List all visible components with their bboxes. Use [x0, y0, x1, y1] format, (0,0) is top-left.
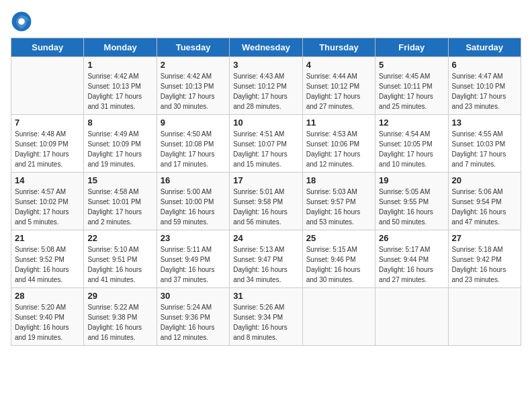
day-info: Sunrise: 5:26 AM Sunset: 9:34 PM Dayligh…: [233, 302, 298, 342]
day-number: 8: [87, 118, 152, 128]
calendar-header: SundayMondayTuesdayWednesdayThursdayFrid…: [11, 38, 521, 57]
day-number: 1: [87, 60, 152, 70]
weekday-header-saturday: Saturday: [448, 38, 521, 57]
day-info: Sunrise: 4:58 AM Sunset: 10:01 PM Daylig…: [87, 187, 152, 227]
day-cell: 13 Sunrise: 4:55 AM Sunset: 10:03 PM Day…: [448, 115, 521, 173]
weekday-header-friday: Friday: [375, 38, 448, 57]
day-cell: [448, 288, 521, 346]
day-info: Sunrise: 5:00 AM Sunset: 10:00 PM Daylig…: [161, 187, 226, 227]
day-cell: 30 Sunrise: 5:24 AM Sunset: 9:36 PM Dayl…: [157, 288, 229, 346]
day-info: Sunrise: 5:24 AM Sunset: 9:36 PM Dayligh…: [161, 302, 226, 342]
day-number: 15: [87, 175, 152, 185]
day-cell: 19 Sunrise: 5:05 AM Sunset: 9:55 PM Dayl…: [375, 173, 448, 230]
day-number: 29: [87, 291, 152, 301]
day-info: Sunrise: 4:47 AM Sunset: 10:10 PM Daylig…: [452, 71, 517, 111]
day-cell: 26 Sunrise: 5:17 AM Sunset: 9:44 PM Dayl…: [375, 230, 448, 288]
day-cell: 2 Sunrise: 4:42 AM Sunset: 10:13 PM Dayl…: [157, 57, 229, 115]
day-number: 20: [452, 175, 517, 185]
weekday-header-thursday: Thursday: [302, 38, 375, 57]
day-info: Sunrise: 5:22 AM Sunset: 9:38 PM Dayligh…: [87, 302, 152, 342]
weekday-header-monday: Monday: [84, 38, 157, 57]
day-cell: 18 Sunrise: 5:03 AM Sunset: 9:57 PM Dayl…: [302, 173, 375, 230]
day-cell: 8 Sunrise: 4:49 AM Sunset: 10:09 PM Dayl…: [84, 115, 157, 173]
day-number: 7: [15, 118, 80, 128]
day-info: Sunrise: 5:18 AM Sunset: 9:42 PM Dayligh…: [452, 244, 517, 285]
day-number: 31: [233, 291, 298, 301]
day-info: Sunrise: 5:10 AM Sunset: 9:51 PM Dayligh…: [87, 244, 152, 285]
day-info: Sunrise: 4:49 AM Sunset: 10:09 PM Daylig…: [87, 129, 152, 169]
day-info: Sunrise: 4:51 AM Sunset: 10:07 PM Daylig…: [233, 129, 298, 169]
day-info: Sunrise: 4:45 AM Sunset: 10:11 PM Daylig…: [379, 71, 444, 111]
day-number: 16: [161, 175, 226, 185]
day-info: Sunrise: 5:17 AM Sunset: 9:44 PM Dayligh…: [379, 244, 444, 285]
svg-point-1: [18, 18, 25, 25]
day-cell: 6 Sunrise: 4:47 AM Sunset: 10:10 PM Dayl…: [448, 57, 521, 115]
day-cell: 24 Sunrise: 5:13 AM Sunset: 9:47 PM Dayl…: [230, 230, 302, 288]
day-number: 17: [233, 175, 298, 185]
day-number: 22: [87, 233, 152, 243]
day-info: Sunrise: 5:08 AM Sunset: 9:52 PM Dayligh…: [15, 244, 80, 285]
day-number: 25: [306, 233, 371, 243]
day-info: Sunrise: 5:15 AM Sunset: 9:46 PM Dayligh…: [306, 244, 371, 285]
weekday-header-tuesday: Tuesday: [157, 38, 229, 57]
week-row-3: 21 Sunrise: 5:08 AM Sunset: 9:52 PM Dayl…: [11, 230, 521, 288]
day-number: 26: [379, 233, 444, 243]
week-row-2: 14 Sunrise: 4:57 AM Sunset: 10:02 PM Day…: [11, 173, 521, 230]
day-cell: 11 Sunrise: 4:53 AM Sunset: 10:06 PM Day…: [302, 115, 375, 173]
day-info: Sunrise: 4:42 AM Sunset: 10:13 PM Daylig…: [87, 71, 152, 111]
day-info: Sunrise: 4:54 AM Sunset: 10:05 PM Daylig…: [379, 129, 444, 169]
day-info: Sunrise: 4:55 AM Sunset: 10:03 PM Daylig…: [452, 129, 517, 169]
day-cell: [11, 57, 84, 115]
day-number: 12: [379, 118, 444, 128]
weekday-header-wednesday: Wednesday: [230, 38, 302, 57]
day-number: 23: [161, 233, 226, 243]
day-cell: 29 Sunrise: 5:22 AM Sunset: 9:38 PM Dayl…: [84, 288, 157, 346]
logo-icon: [11, 11, 32, 32]
day-cell: 17 Sunrise: 5:01 AM Sunset: 9:58 PM Dayl…: [230, 173, 302, 230]
day-info: Sunrise: 4:53 AM Sunset: 10:06 PM Daylig…: [306, 129, 371, 169]
day-number: 4: [306, 60, 371, 70]
day-cell: 10 Sunrise: 4:51 AM Sunset: 10:07 PM Day…: [230, 115, 302, 173]
day-cell: 16 Sunrise: 5:00 AM Sunset: 10:00 PM Day…: [157, 173, 229, 230]
day-number: 27: [452, 233, 517, 243]
day-cell: 27 Sunrise: 5:18 AM Sunset: 9:42 PM Dayl…: [448, 230, 521, 288]
day-number: 5: [379, 60, 444, 70]
day-info: Sunrise: 4:50 AM Sunset: 10:08 PM Daylig…: [161, 129, 226, 169]
day-cell: 22 Sunrise: 5:10 AM Sunset: 9:51 PM Dayl…: [84, 230, 157, 288]
calendar-body: 1 Sunrise: 4:42 AM Sunset: 10:13 PM Dayl…: [11, 57, 521, 346]
day-cell: 3 Sunrise: 4:43 AM Sunset: 10:12 PM Dayl…: [230, 57, 302, 115]
logo: [11, 11, 35, 32]
day-cell: [302, 288, 375, 346]
day-cell: 12 Sunrise: 4:54 AM Sunset: 10:05 PM Day…: [375, 115, 448, 173]
day-number: 24: [233, 233, 298, 243]
day-number: 28: [15, 291, 80, 301]
day-info: Sunrise: 5:05 AM Sunset: 9:55 PM Dayligh…: [379, 187, 444, 227]
day-cell: 14 Sunrise: 4:57 AM Sunset: 10:02 PM Day…: [11, 173, 84, 230]
day-cell: 1 Sunrise: 4:42 AM Sunset: 10:13 PM Dayl…: [84, 57, 157, 115]
day-info: Sunrise: 5:20 AM Sunset: 9:40 PM Dayligh…: [15, 302, 80, 342]
day-cell: 7 Sunrise: 4:48 AM Sunset: 10:09 PM Dayl…: [11, 115, 84, 173]
day-cell: 20 Sunrise: 5:06 AM Sunset: 9:54 PM Dayl…: [448, 173, 521, 230]
week-row-4: 28 Sunrise: 5:20 AM Sunset: 9:40 PM Dayl…: [11, 288, 521, 346]
day-info: Sunrise: 5:01 AM Sunset: 9:58 PM Dayligh…: [233, 187, 298, 227]
day-info: Sunrise: 4:44 AM Sunset: 10:12 PM Daylig…: [306, 71, 371, 111]
day-info: Sunrise: 5:11 AM Sunset: 9:49 PM Dayligh…: [161, 244, 226, 285]
day-cell: 9 Sunrise: 4:50 AM Sunset: 10:08 PM Dayl…: [157, 115, 229, 173]
day-number: 19: [379, 175, 444, 185]
week-row-1: 7 Sunrise: 4:48 AM Sunset: 10:09 PM Dayl…: [11, 115, 521, 173]
day-info: Sunrise: 5:06 AM Sunset: 9:54 PM Dayligh…: [452, 187, 517, 227]
day-number: 9: [161, 118, 226, 128]
day-number: 10: [233, 118, 298, 128]
day-cell: [375, 288, 448, 346]
day-number: 13: [452, 118, 517, 128]
day-cell: 21 Sunrise: 5:08 AM Sunset: 9:52 PM Dayl…: [11, 230, 84, 288]
day-number: 6: [452, 60, 517, 70]
day-number: 11: [306, 118, 371, 128]
day-number: 14: [15, 175, 80, 185]
day-number: 18: [306, 175, 371, 185]
week-row-0: 1 Sunrise: 4:42 AM Sunset: 10:13 PM Dayl…: [11, 57, 521, 115]
day-cell: 25 Sunrise: 5:15 AM Sunset: 9:46 PM Dayl…: [302, 230, 375, 288]
weekday-header-row: SundayMondayTuesdayWednesdayThursdayFrid…: [11, 38, 521, 57]
day-info: Sunrise: 5:13 AM Sunset: 9:47 PM Dayligh…: [233, 244, 298, 285]
calendar-table: SundayMondayTuesdayWednesdayThursdayFrid…: [11, 38, 521, 346]
